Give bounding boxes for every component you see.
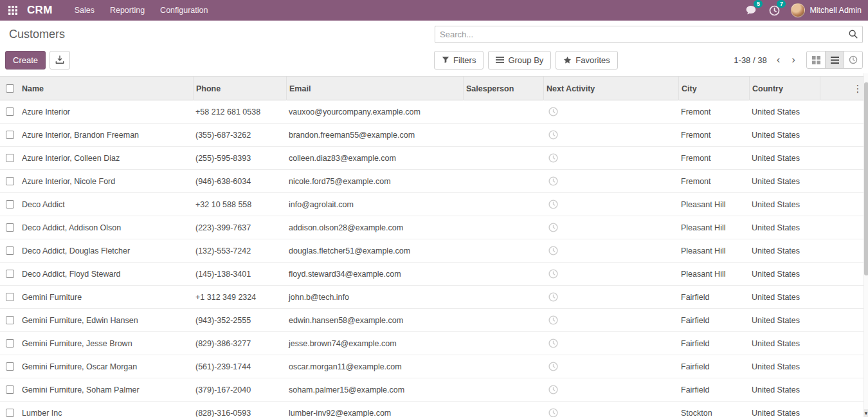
cell-phone: (561)-239-1744 (193, 362, 286, 371)
menu-reporting[interactable]: Reporting (102, 0, 152, 21)
row-checkbox[interactable] (6, 223, 14, 232)
cell-email: addison.olson28@example.com (286, 223, 463, 232)
table-row[interactable]: Gemini Furniture, Edwin Hansen (943)-352… (0, 309, 863, 332)
app-title[interactable]: CRM (27, 4, 53, 17)
cell-phone: +58 212 681 0538 (193, 107, 286, 116)
row-checkbox[interactable] (6, 107, 14, 116)
select-all-checkbox[interactable] (0, 77, 19, 100)
list-view-button[interactable] (825, 51, 844, 69)
row-checkbox[interactable] (6, 270, 14, 278)
cell-country: United States (749, 339, 820, 348)
table-row[interactable]: Gemini Furniture, Soham Palmer (379)-167… (0, 378, 863, 402)
row-checkbox[interactable] (6, 362, 14, 371)
activities-icon[interactable]: 7 (768, 4, 781, 17)
optional-columns-toggle[interactable]: ⋮ (852, 77, 863, 100)
row-checkbox[interactable] (6, 154, 14, 162)
cell-country: United States (749, 362, 820, 371)
table-row[interactable]: Azure Interior, Brandon Freeman (355)-68… (0, 124, 863, 147)
search-input[interactable] (440, 30, 849, 39)
column-header-email[interactable]: Email (286, 77, 463, 100)
scrollbar-thumb[interactable] (864, 82, 868, 275)
search-box[interactable] (435, 26, 863, 43)
table-row[interactable]: Gemini Furniture +1 312 349 2324 john.b@… (0, 286, 863, 309)
column-header-city[interactable]: City (678, 77, 749, 100)
apps-menu-icon[interactable] (6, 4, 19, 17)
row-checkbox[interactable] (6, 316, 14, 324)
table-row[interactable]: Gemini Furniture, Jesse Brown (829)-386-… (0, 332, 863, 355)
column-header-name[interactable]: Name (19, 77, 193, 100)
clock-icon[interactable] (548, 338, 558, 348)
cell-email: oscar.morgan11@example.com (286, 362, 463, 371)
clock-icon[interactable] (548, 153, 558, 163)
cell-phone: (223)-399-7637 (193, 223, 286, 232)
activities-count-badge: 7 (777, 0, 786, 8)
table-row[interactable]: Azure Interior +58 212 681 0538 vauxoo@y… (0, 100, 863, 124)
cell-name: Lumber Inc (19, 409, 193, 417)
row-checkbox[interactable] (6, 177, 14, 185)
clock-icon[interactable] (548, 130, 558, 140)
column-header-salesperson[interactable]: Salesperson (463, 77, 543, 100)
clock-icon[interactable] (548, 246, 558, 255)
user-name: Mitchell Admin (809, 6, 862, 15)
table-row[interactable]: Deco Addict, Addison Olson (223)-399-763… (0, 216, 863, 239)
row-checkbox[interactable] (6, 246, 14, 255)
vertical-scrollbar[interactable]: ▼ (863, 73, 868, 417)
menu-configuration[interactable]: Configuration (152, 0, 215, 21)
clock-icon[interactable] (548, 362, 558, 371)
table-row[interactable]: Deco Addict, Floyd Steward (145)-138-340… (0, 263, 863, 286)
table-row[interactable]: Azure Interior, Colleen Diaz (255)-595-8… (0, 147, 863, 170)
cell-next-activity (543, 153, 678, 163)
user-menu[interactable]: Mitchell Admin (791, 3, 862, 17)
table-row[interactable]: Deco Addict +32 10 588 558 info@agrolait… (0, 193, 863, 216)
cell-phone: +1 312 349 2324 (193, 293, 286, 302)
pager-next-icon[interactable]: › (786, 51, 801, 69)
pager-previous-icon[interactable]: ‹ (771, 51, 786, 69)
table-row[interactable]: Lumber Inc (828)-316-0593 lumber-inv92@e… (0, 402, 863, 417)
clock-icon[interactable] (548, 176, 558, 186)
row-checkbox[interactable] (6, 293, 14, 301)
activity-view-button[interactable] (844, 51, 863, 69)
clock-icon[interactable] (548, 269, 558, 279)
search-icon[interactable] (849, 30, 858, 39)
menu-sales[interactable]: Sales (67, 0, 102, 21)
row-checkbox[interactable] (6, 385, 14, 394)
cell-phone: (255)-595-8393 (193, 154, 286, 163)
export-icon[interactable] (50, 51, 70, 70)
column-header-phone[interactable]: Phone (193, 77, 286, 100)
column-header-next-activity[interactable]: Next Activity (543, 77, 678, 100)
clock-icon[interactable] (548, 315, 558, 325)
row-checkbox[interactable] (6, 339, 14, 348)
row-checkbox[interactable] (6, 409, 14, 417)
cell-next-activity (543, 269, 678, 279)
messages-icon[interactable]: 5 (745, 4, 757, 17)
messages-count-badge: 5 (754, 0, 763, 8)
app-menu: Sales Reporting Configuration (67, 0, 216, 21)
row-checkbox[interactable] (6, 131, 14, 139)
row-checkbox[interactable] (6, 200, 14, 208)
scroll-down-arrow-icon[interactable]: ▼ (863, 409, 868, 417)
clock-icon[interactable] (548, 385, 558, 394)
clock-icon[interactable] (548, 107, 558, 116)
table-row[interactable]: Azure Interior, Nicole Ford (946)-638-60… (0, 170, 863, 193)
cell-name: Deco Addict (19, 200, 193, 209)
table-row[interactable]: Deco Addict, Douglas Fletcher (132)-553-… (0, 239, 863, 263)
clock-icon[interactable] (548, 408, 558, 417)
kanban-icon (812, 56, 820, 64)
cell-email: edwin.hansen58@example.com (286, 316, 463, 325)
cell-email: john.b@tech.info (286, 293, 463, 302)
column-header-country[interactable]: Country (749, 77, 820, 100)
cell-country: United States (749, 200, 820, 209)
pager-value[interactable]: 1-38 / 38 (734, 55, 766, 65)
list-icon (831, 56, 839, 64)
group-by-button[interactable]: Group By (488, 51, 551, 70)
favorites-button[interactable]: Favorites (556, 51, 617, 70)
kanban-view-button[interactable] (806, 51, 826, 69)
table-row[interactable]: Gemini Furniture, Oscar Morgan (561)-239… (0, 355, 863, 378)
cell-city: Fremont (678, 107, 749, 116)
clock-icon[interactable] (548, 199, 558, 209)
cell-city: Pleasant Hill (678, 200, 749, 209)
filters-button[interactable]: Filters (434, 51, 484, 70)
clock-icon[interactable] (548, 223, 558, 232)
clock-icon[interactable] (548, 292, 558, 302)
create-button[interactable]: Create (5, 51, 46, 70)
